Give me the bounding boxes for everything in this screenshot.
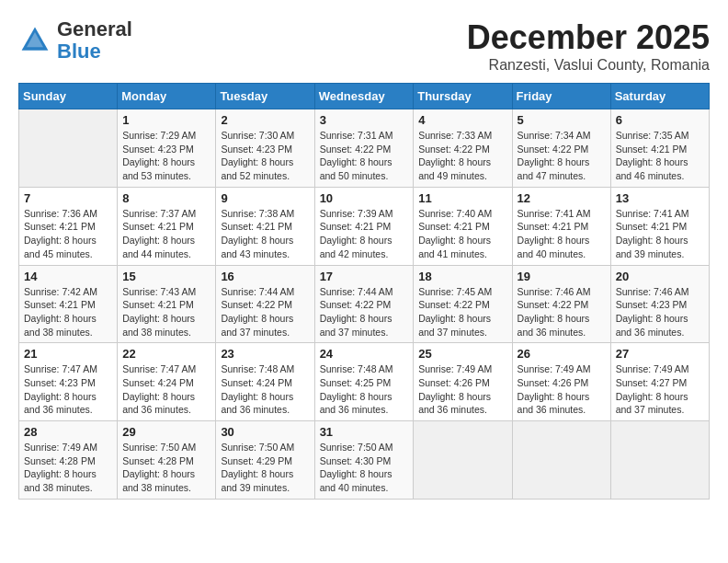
calendar-cell: 2Sunrise: 7:30 AM Sunset: 4:23 PM Daylig… [216,109,314,188]
calendar-table: SundayMondayTuesdayWednesdayThursdayFrid… [18,83,710,500]
calendar-cell: 7Sunrise: 7:36 AM Sunset: 4:21 PM Daylig… [19,187,118,265]
day-number: 14 [24,270,112,283]
calendar-week-row: 1Sunrise: 7:29 AM Sunset: 4:23 PM Daylig… [19,109,710,188]
day-number: 15 [122,270,210,283]
day-number: 13 [616,191,704,205]
page-title: December 2025 [467,18,710,57]
calendar-cell [414,421,512,500]
calendar-cell: 20Sunrise: 7:46 AM Sunset: 4:23 PM Dayli… [610,265,709,343]
day-info: Sunrise: 7:43 AM Sunset: 4:21 PM Dayligh… [122,285,210,339]
calendar-cell: 25Sunrise: 7:49 AM Sunset: 4:26 PM Dayli… [414,343,512,421]
day-info: Sunrise: 7:42 AM Sunset: 4:21 PM Dayligh… [24,285,112,339]
day-number: 6 [616,113,704,127]
calendar-cell: 12Sunrise: 7:41 AM Sunset: 4:21 PM Dayli… [512,187,610,265]
calendar-cell: 10Sunrise: 7:39 AM Sunset: 4:21 PM Dayli… [314,187,414,265]
day-info: Sunrise: 7:39 AM Sunset: 4:21 PM Dayligh… [320,207,409,261]
day-info: Sunrise: 7:46 AM Sunset: 4:23 PM Dayligh… [616,285,704,339]
day-number: 26 [518,347,606,361]
calendar-cell: 5Sunrise: 7:34 AM Sunset: 4:22 PM Daylig… [512,109,610,188]
logo-general-text: General [57,17,132,40]
page-header: General Blue December 2025 Ranzesti, Vas… [18,18,710,74]
calendar-cell: 4Sunrise: 7:33 AM Sunset: 4:22 PM Daylig… [414,109,512,188]
calendar-cell: 31Sunrise: 7:50 AM Sunset: 4:30 PM Dayli… [314,421,414,500]
day-number: 29 [122,425,210,439]
day-info: Sunrise: 7:38 AM Sunset: 4:21 PM Dayligh… [221,207,309,261]
day-info: Sunrise: 7:50 AM Sunset: 4:28 PM Dayligh… [122,441,210,495]
calendar-cell: 3Sunrise: 7:31 AM Sunset: 4:22 PM Daylig… [314,109,414,188]
day-info: Sunrise: 7:40 AM Sunset: 4:21 PM Dayligh… [418,207,506,261]
logo: General Blue [18,18,132,63]
calendar-cell: 28Sunrise: 7:49 AM Sunset: 4:28 PM Dayli… [19,421,118,500]
day-number: 11 [418,191,506,205]
day-number: 23 [221,347,309,361]
calendar-cell [19,109,118,188]
day-info: Sunrise: 7:50 AM Sunset: 4:29 PM Dayligh… [221,441,309,495]
day-number: 7 [24,191,112,205]
day-number: 3 [320,113,409,127]
day-info: Sunrise: 7:49 AM Sunset: 4:26 PM Dayligh… [418,362,506,417]
header-saturday: Saturday [610,84,709,109]
calendar-cell: 23Sunrise: 7:48 AM Sunset: 4:24 PM Dayli… [216,343,314,421]
day-info: Sunrise: 7:48 AM Sunset: 4:24 PM Dayligh… [221,362,309,417]
calendar-cell: 29Sunrise: 7:50 AM Sunset: 4:28 PM Dayli… [118,421,216,500]
day-number: 2 [221,113,309,127]
header-sunday: Sunday [19,84,118,109]
day-info: Sunrise: 7:46 AM Sunset: 4:22 PM Dayligh… [518,285,606,339]
day-number: 25 [418,347,506,361]
day-number: 28 [24,425,112,439]
day-number: 17 [320,270,409,283]
calendar-cell: 22Sunrise: 7:47 AM Sunset: 4:24 PM Dayli… [118,343,216,421]
day-info: Sunrise: 7:50 AM Sunset: 4:30 PM Dayligh… [320,441,409,495]
day-info: Sunrise: 7:44 AM Sunset: 4:22 PM Dayligh… [320,285,409,339]
calendar-cell: 18Sunrise: 7:45 AM Sunset: 4:22 PM Dayli… [414,265,512,343]
logo-icon [18,24,51,57]
page-subtitle: Ranzesti, Vaslui County, Romania [467,57,710,74]
calendar-cell: 27Sunrise: 7:49 AM Sunset: 4:27 PM Dayli… [610,343,709,421]
day-info: Sunrise: 7:49 AM Sunset: 4:26 PM Dayligh… [518,362,606,417]
calendar-cell: 16Sunrise: 7:44 AM Sunset: 4:22 PM Dayli… [216,265,314,343]
day-number: 1 [122,113,210,127]
day-number: 16 [221,270,309,283]
calendar-cell: 8Sunrise: 7:37 AM Sunset: 4:21 PM Daylig… [118,187,216,265]
day-info: Sunrise: 7:48 AM Sunset: 4:25 PM Dayligh… [320,362,409,417]
day-number: 19 [518,270,606,283]
day-info: Sunrise: 7:47 AM Sunset: 4:24 PM Dayligh… [122,362,210,417]
header-wednesday: Wednesday [314,84,414,109]
calendar-cell: 17Sunrise: 7:44 AM Sunset: 4:22 PM Dayli… [314,265,414,343]
calendar-week-row: 21Sunrise: 7:47 AM Sunset: 4:23 PM Dayli… [19,343,710,421]
header-tuesday: Tuesday [216,84,314,109]
day-number: 24 [320,347,409,361]
day-info: Sunrise: 7:34 AM Sunset: 4:22 PM Dayligh… [518,129,606,183]
logo-blue-text: Blue [57,40,101,63]
day-number: 10 [320,191,409,205]
day-info: Sunrise: 7:36 AM Sunset: 4:21 PM Dayligh… [24,207,112,261]
day-number: 5 [518,113,606,127]
day-number: 18 [418,270,506,283]
day-info: Sunrise: 7:37 AM Sunset: 4:21 PM Dayligh… [122,207,210,261]
day-info: Sunrise: 7:45 AM Sunset: 4:22 PM Dayligh… [418,285,506,339]
calendar-cell [610,421,709,500]
day-number: 30 [221,425,309,439]
calendar-cell: 13Sunrise: 7:41 AM Sunset: 4:21 PM Dayli… [610,187,709,265]
calendar-week-row: 14Sunrise: 7:42 AM Sunset: 4:21 PM Dayli… [19,265,710,343]
calendar-cell: 15Sunrise: 7:43 AM Sunset: 4:21 PM Dayli… [118,265,216,343]
title-block: December 2025 Ranzesti, Vaslui County, R… [467,18,710,74]
day-number: 20 [616,270,704,283]
calendar-cell: 24Sunrise: 7:48 AM Sunset: 4:25 PM Dayli… [314,343,414,421]
calendar-cell: 11Sunrise: 7:40 AM Sunset: 4:21 PM Dayli… [414,187,512,265]
day-info: Sunrise: 7:35 AM Sunset: 4:21 PM Dayligh… [616,129,704,183]
day-info: Sunrise: 7:44 AM Sunset: 4:22 PM Dayligh… [221,285,309,339]
header-monday: Monday [118,84,216,109]
day-number: 31 [320,425,409,439]
day-number: 8 [122,191,210,205]
header-friday: Friday [512,84,610,109]
calendar-cell: 6Sunrise: 7:35 AM Sunset: 4:21 PM Daylig… [610,109,709,188]
day-info: Sunrise: 7:49 AM Sunset: 4:27 PM Dayligh… [616,362,704,417]
calendar-cell: 1Sunrise: 7:29 AM Sunset: 4:23 PM Daylig… [118,109,216,188]
day-info: Sunrise: 7:30 AM Sunset: 4:23 PM Dayligh… [221,129,309,183]
day-number: 21 [24,347,112,361]
day-info: Sunrise: 7:29 AM Sunset: 4:23 PM Dayligh… [122,129,210,183]
calendar-header-row: SundayMondayTuesdayWednesdayThursdayFrid… [19,84,710,109]
calendar-week-row: 7Sunrise: 7:36 AM Sunset: 4:21 PM Daylig… [19,187,710,265]
calendar-cell: 21Sunrise: 7:47 AM Sunset: 4:23 PM Dayli… [19,343,118,421]
